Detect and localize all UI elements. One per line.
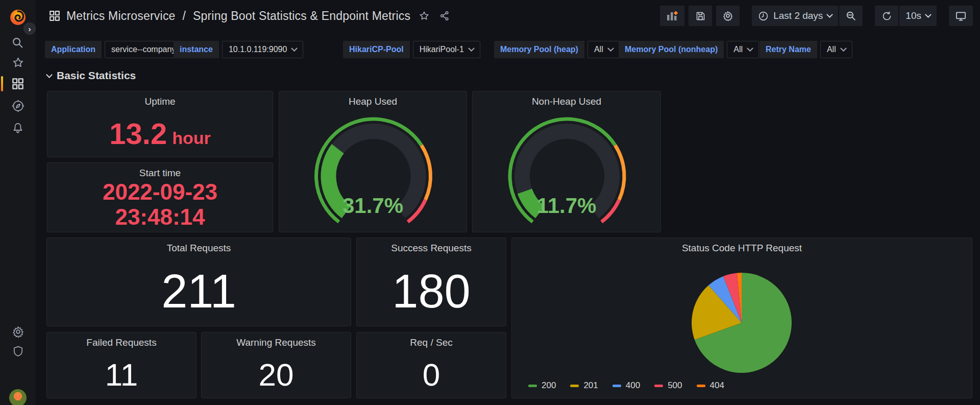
panel-status-code: Status Code HTTP Request 200201400500404 [511,237,972,398]
variable-label: Application [45,41,102,58]
uptime-unit: hour [172,128,211,148]
panel-failed-requests: Failed Requests 11 [46,332,197,398]
alerting-bell-icon[interactable] [0,121,36,135]
chevron-down-icon [925,11,932,18]
success-requests-value: 180 [357,256,506,326]
refresh-button[interactable] [875,6,898,26]
legend-item-404[interactable]: 404 [697,380,724,391]
status-code-pie-chart [512,238,973,399]
start-time-clock: 23:48:14 [103,205,217,229]
variable-instance: instance 10.1.0.119:9090 [174,41,303,58]
panel-uptime: Uptime 13.2 hour [47,91,273,157]
panel-heap-used: Heap Used 31.7% [279,91,467,232]
legend-item-200[interactable]: 200 [528,380,556,391]
cycle-view-mode-button[interactable] [949,6,973,26]
variable-value-dropdown[interactable]: All [727,41,759,58]
share-icon[interactable] [439,10,450,21]
panel-title[interactable]: Failed Requests [47,337,196,348]
warning-requests-value: 20 [202,351,351,398]
legend-label: 404 [710,380,724,391]
variable-value-dropdown[interactable]: 10.1.0.119:9090 [222,41,303,58]
explore-compass-icon[interactable] [0,99,36,113]
failed-requests-value: 11 [47,351,196,398]
clock-icon [758,11,769,21]
legend-swatch [697,385,705,387]
panel-title[interactable]: Warning Requests [202,337,351,348]
req-sec-value: 0 [357,351,506,398]
breadcrumb: Metrics Microservice / Spring Boot Stati… [49,9,410,23]
time-range-label: Last 2 days [773,10,823,21]
avatar-letter: H [15,393,21,402]
legend-item-400[interactable]: 400 [612,380,640,391]
breadcrumb-dashboard[interactable]: Metrics Microservice [66,9,176,23]
expand-sidebar-chevron[interactable]: › [23,22,36,35]
panel-nonheap-used: Non-Heap Used 11.7% [472,91,661,232]
uptime-value: 13.2 [109,116,167,151]
refresh-interval-picker[interactable]: 10s [899,6,937,26]
user-avatar[interactable]: H [9,389,27,405]
dashboards-icon[interactable] [0,77,36,91]
pie-legend: 200201400500404 [528,380,724,391]
chevron-down-icon [46,72,53,78]
variable-memory-pool-heap: Memory Pool (heap) All [494,41,620,58]
start-time-date: 2022-09-23 [103,180,217,204]
panel-title[interactable]: Total Requests [47,243,351,254]
time-range-picker[interactable]: Last 2 days [752,6,838,26]
star-icon[interactable] [419,10,430,21]
variable-hikaricp-pool: HikariCP-Pool HikariPool-1 [343,41,480,58]
legend-label: 200 [542,380,556,391]
legend-swatch [570,385,579,387]
legend-item-201[interactable]: 201 [570,380,598,391]
panel-start-time: Start time 2022-09-23 23:48:14 [47,162,273,232]
toolbar: Last 2 days 10s [660,6,973,26]
breadcrumb-separator: / [183,9,186,23]
legend-swatch [528,385,537,387]
search-icon[interactable] [0,36,36,50]
panel-total-requests: Total Requests 211 [46,237,351,326]
heap-gauge-value: 31.7% [279,194,467,218]
variable-label: instance [174,41,219,58]
total-requests-value: 211 [47,256,351,326]
panel-success-requests: Success Requests 180 [356,237,506,326]
panel-warning-requests: Warning Requests 20 [201,332,351,398]
panel-req-sec: Req / Sec 0 [356,332,506,398]
dashboard-header: Metrics Microservice / Spring Boot Stati… [36,0,980,32]
refresh-interval-label: 10s [905,10,921,21]
active-indicator [1,76,3,91]
starred-icon[interactable] [0,55,36,69]
variable-value-dropdown[interactable]: HikariPool-1 [413,41,480,58]
legend-item-500[interactable]: 500 [654,380,682,391]
chevron-down-icon [826,11,833,18]
dashboard-grid-icon [49,10,60,21]
variable-retry-name: Retry Name All [760,41,852,58]
row-title: Basic Statistics [57,69,136,82]
server-admin-shield-icon[interactable] [0,344,36,358]
variable-label: Memory Pool (heap) [494,41,584,58]
legend-label: 500 [668,380,682,391]
nonheap-gauge-value: 11.7% [473,194,660,218]
add-panel-button[interactable] [660,6,684,26]
sidebar: H [0,0,36,405]
variable-label: HikariCP-Pool [343,41,410,58]
variable-memory-pool-nonheap: Memory Pool (nonheap) All [619,41,759,58]
legend-swatch [612,385,621,387]
legend-swatch [654,385,663,387]
variable-application: Application service--company [45,41,192,58]
panel-title[interactable]: Uptime [47,96,273,107]
configuration-gear-icon[interactable] [0,324,36,339]
legend-label: 400 [626,380,640,391]
dashboard-settings-button[interactable] [716,6,740,26]
panel-title[interactable]: Success Requests [357,243,506,254]
panel-title[interactable]: Req / Sec [357,337,506,348]
variable-label: Retry Name [760,41,817,58]
breadcrumb-page[interactable]: Spring Boot Statistics & Endpoint Metric… [193,9,410,23]
variable-value-dropdown[interactable]: All [820,41,852,58]
variable-label: Memory Pool (nonheap) [619,41,724,58]
save-dashboard-button[interactable] [689,6,712,26]
row-basic-statistics[interactable]: Basic Statistics [47,69,136,82]
legend-label: 201 [583,380,598,391]
zoom-out-time-button[interactable] [839,6,863,26]
variable-value-dropdown[interactable]: All [587,41,620,58]
